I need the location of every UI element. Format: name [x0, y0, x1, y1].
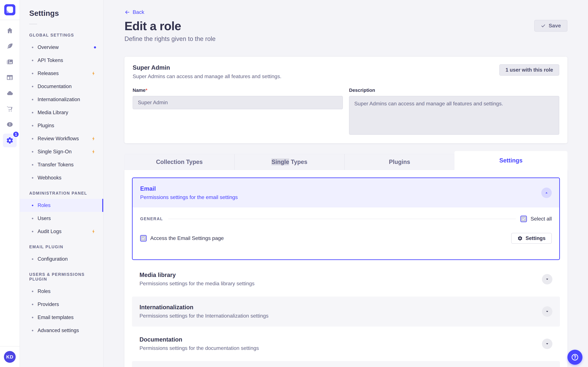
description-textarea[interactable]: Super Admins can access and manage all f…	[349, 96, 559, 135]
sidebar-item-documentation[interactable]: Documentation	[20, 80, 103, 93]
sidebar-item-audit-logs[interactable]: Audit Logs	[20, 225, 103, 238]
back-link[interactable]: Back	[124, 9, 144, 15]
bullet-icon	[32, 330, 33, 331]
sidebar-item-users[interactable]: Users	[20, 212, 103, 225]
expand-button[interactable]	[542, 274, 552, 284]
selected-text-highlight: Single	[271, 158, 289, 165]
bullet-icon	[32, 231, 33, 232]
sidebar-item-advanced-settings[interactable]: Advanced settings	[20, 324, 103, 337]
sidebar-item-internationalization[interactable]: Internationalization	[20, 93, 103, 106]
name-input[interactable]	[133, 96, 343, 109]
expand-button[interactable]	[542, 306, 552, 317]
sidebar-item-releases[interactable]: Releases	[20, 67, 103, 80]
save-button[interactable]: Save	[534, 20, 567, 32]
users-with-role-button[interactable]: 1 user with this role	[499, 64, 559, 76]
sidebar-item-configuration[interactable]: Configuration	[20, 252, 103, 266]
sidebar-item-roles-up[interactable]: Roles	[20, 285, 103, 298]
plugins-marketplace-permissions-row[interactable]: Plugins and marketplace	[132, 361, 560, 367]
settings-notification-badge: 1	[12, 131, 19, 138]
gear-icon	[6, 137, 14, 144]
lightning-icon	[91, 71, 96, 76]
content-type-builder-icon[interactable]	[6, 42, 13, 50]
marketplace-cart-icon[interactable]	[6, 105, 13, 112]
settings-nav-icon-active[interactable]: 1	[3, 133, 17, 147]
tab-collection-types[interactable]: Collection Types	[124, 154, 234, 170]
email-accordion-header[interactable]: Email Permissions settings for the email…	[133, 178, 559, 208]
email-permissions-section: Email Permissions settings for the email…	[132, 177, 560, 260]
sidebar-title-divider	[29, 24, 37, 24]
role-details-card: Super Admin Super Admins can access and …	[124, 57, 567, 143]
sidebar-item-review-workflows[interactable]: Review Workflows	[20, 132, 103, 145]
chevron-down-icon	[545, 342, 549, 346]
documentation-permissions-row[interactable]: Documentation Permissions settings for t…	[132, 329, 560, 359]
collapse-button[interactable]	[541, 188, 552, 198]
expand-button[interactable]	[542, 339, 552, 349]
tab-settings-active[interactable]: Settings	[454, 151, 567, 170]
content-manager-icon[interactable]	[6, 74, 13, 81]
internationalization-permissions-row[interactable]: Internationalization Permissions setting…	[132, 297, 560, 326]
sidebar-item-plugins[interactable]: Plugins	[20, 119, 103, 132]
user-avatar[interactable]: KD	[4, 351, 16, 363]
lightning-icon	[91, 149, 96, 154]
email-settings-button[interactable]: Settings	[511, 233, 552, 244]
sidebar-item-single-sign-on[interactable]: Single Sign-On	[20, 145, 103, 158]
gear-icon	[518, 236, 523, 241]
tab-single-types[interactable]: Single Types	[234, 154, 344, 170]
media-library-icon[interactable]	[6, 58, 13, 65]
sidebar-item-overview[interactable]: Overview	[20, 41, 103, 54]
bullet-icon	[32, 73, 33, 74]
select-all-checkbox[interactable]	[520, 216, 527, 222]
bullet-icon	[32, 99, 33, 100]
bullet-icon	[32, 125, 33, 126]
rail-nav-icons: 1	[3, 27, 17, 147]
bullet-icon	[32, 218, 33, 219]
sidebar-item-media-library[interactable]: Media Library	[20, 106, 103, 119]
tab-plugins[interactable]: Plugins	[344, 154, 454, 170]
settings-sidebar: Settings GLOBAL SETTINGS Overview API To…	[20, 0, 104, 367]
help-button[interactable]	[567, 350, 582, 365]
main-nav-rail: 1 KD	[0, 0, 20, 367]
bullet-icon	[32, 317, 33, 318]
sidebar-item-transfer-tokens[interactable]: Transfer Tokens	[20, 158, 103, 171]
email-accordion-body: GENERAL Select all Access the Email Sett…	[133, 208, 559, 259]
chevron-down-icon	[545, 309, 549, 314]
sidebar-item-roles-admin[interactable]: Roles	[20, 199, 103, 212]
sidebar-item-email-templates[interactable]: Email templates	[20, 311, 103, 324]
select-all-label: Select all	[530, 216, 552, 222]
sidebar-item-api-tokens[interactable]: API Tokens	[20, 54, 103, 67]
check-icon	[541, 23, 546, 28]
strapi-logo[interactable]	[4, 4, 15, 15]
access-email-settings-label: Access the Email Settings page	[150, 235, 224, 241]
media-library-permissions-row[interactable]: Media library Permissions settings for t…	[132, 264, 560, 294]
access-email-settings-checkbox[interactable]	[140, 235, 147, 242]
section-label-global-settings: GLOBAL SETTINGS	[29, 33, 96, 38]
lightning-icon	[91, 229, 96, 234]
role-description-text: Super Admins can access and manage all f…	[133, 73, 281, 79]
bullet-icon	[32, 112, 33, 113]
strapi-logo-icon	[4, 4, 15, 15]
section-label-email-plugin: EMAIL PLUGIN	[29, 244, 96, 249]
information-icon[interactable]	[6, 121, 13, 128]
general-divider	[168, 219, 516, 219]
bullet-icon	[32, 258, 33, 260]
cloud-icon[interactable]	[6, 90, 13, 97]
home-icon[interactable]	[6, 27, 13, 34]
page-subtitle: Define the rights given to the role	[124, 35, 567, 42]
bullet-icon	[32, 47, 33, 48]
role-name-heading: Super Admin	[133, 64, 281, 71]
arrow-left-icon	[124, 9, 130, 15]
bullet-icon	[32, 151, 33, 152]
required-asterisk: *	[146, 88, 147, 93]
lightning-icon	[91, 136, 96, 141]
sidebar-item-webhooks[interactable]: Webhooks	[20, 171, 103, 184]
name-field-group: Name*	[133, 88, 343, 135]
name-label: Name*	[133, 88, 343, 93]
rail-divider-bottom	[0, 346, 20, 346]
chevron-down-icon	[545, 277, 549, 281]
section-label-administration-panel: ADMINISTRATION PANEL	[29, 191, 96, 196]
email-section-title: Email	[140, 185, 238, 192]
sidebar-title: Settings	[29, 9, 103, 18]
bullet-icon	[32, 291, 33, 292]
sidebar-item-providers[interactable]: Providers	[20, 298, 103, 311]
permissions-tabs: Collection Types Single Types Plugins Se…	[124, 151, 567, 170]
